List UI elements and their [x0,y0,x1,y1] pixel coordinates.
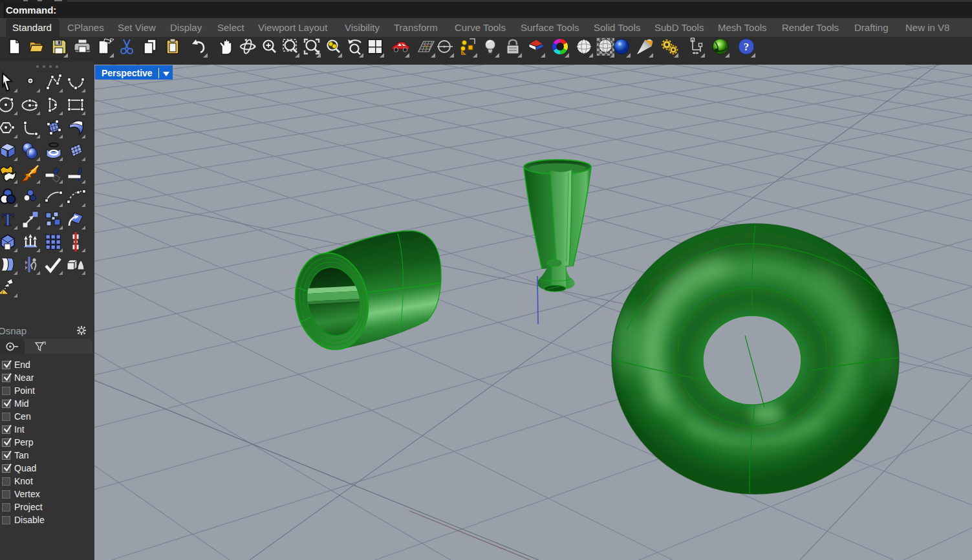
svg-text:?: ? [744,41,750,53]
svg-text:T: T [2,210,14,230]
